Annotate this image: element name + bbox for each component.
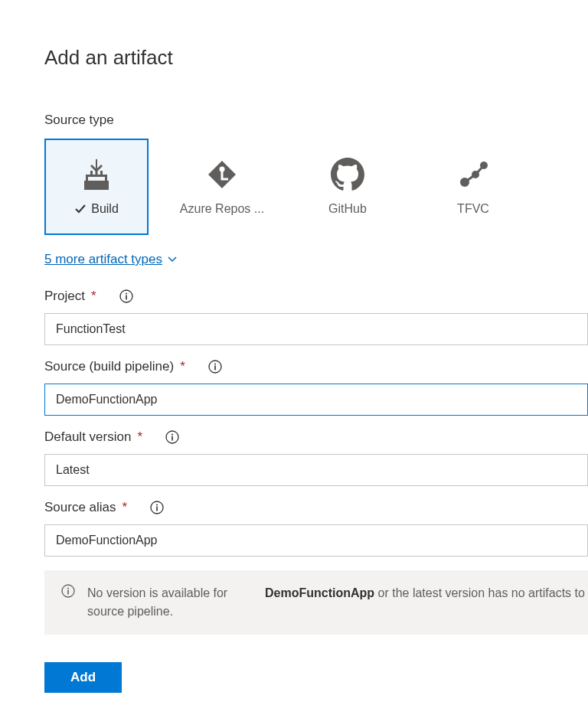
field-source: Source (build pipeline) * DemoFunctionAp… <box>44 359 588 416</box>
required-mark: * <box>180 359 185 374</box>
source-alias-input[interactable] <box>44 524 588 557</box>
svg-point-15 <box>214 364 216 365</box>
svg-point-21 <box>156 504 158 506</box>
svg-rect-2 <box>105 175 107 181</box>
info-icon[interactable] <box>119 289 133 303</box>
default-version-value: Latest <box>56 463 90 477</box>
source-alias-label: Source alias <box>44 500 116 515</box>
source-type-github[interactable]: GitHub <box>296 139 400 235</box>
svg-point-12 <box>126 293 127 295</box>
required-mark: * <box>122 500 128 515</box>
svg-rect-1 <box>86 175 88 181</box>
svg-rect-13 <box>126 295 127 300</box>
banner-text-1: No version is available for source pipel… <box>87 584 253 621</box>
svg-rect-5 <box>100 171 103 177</box>
svg-rect-3 <box>90 171 93 177</box>
field-default-version: Default version * Latest <box>44 429 588 486</box>
source-label: Source (build pipeline) <box>44 359 174 374</box>
banner-app-name: DemoFunctionApp <box>265 586 374 599</box>
source-type-build[interactable]: Build <box>44 139 149 235</box>
source-type-label-github: GitHub <box>328 202 367 216</box>
info-icon[interactable] <box>150 501 164 514</box>
banner-text-2: DemoFunctionApp or the latest version ha… <box>265 584 585 621</box>
azure-repos-icon <box>205 158 239 191</box>
source-type-azure-repos[interactable]: Azure Repos ... <box>170 139 274 235</box>
info-icon[interactable] <box>165 430 179 444</box>
info-icon[interactable] <box>208 360 222 374</box>
chevron-down-icon <box>167 254 178 265</box>
check-icon <box>74 203 87 215</box>
svg-rect-6 <box>84 181 109 190</box>
svg-rect-22 <box>156 507 158 511</box>
source-type-label-build: Build <box>91 202 119 216</box>
svg-rect-16 <box>214 366 216 371</box>
project-label: Project <box>44 289 85 304</box>
source-type-label: Source type <box>44 113 588 128</box>
source-value: DemoFunctionApp <box>56 393 158 406</box>
default-version-label: Default version <box>44 429 131 445</box>
svg-rect-25 <box>67 590 69 595</box>
default-version-dropdown[interactable]: Latest <box>44 454 588 486</box>
more-artifact-types-link[interactable]: 5 more artifact types <box>44 252 178 267</box>
source-type-label-tfvc: TFVC <box>457 202 489 216</box>
info-banner: No version is available for source pipel… <box>44 570 588 635</box>
more-artifact-types-text: 5 more artifact types <box>44 252 162 267</box>
source-type-tfvc[interactable]: TFVC <box>421 139 525 235</box>
svg-rect-4 <box>96 171 98 177</box>
project-dropdown[interactable]: FunctionTest <box>44 313 588 345</box>
source-dropdown[interactable]: DemoFunctionApp <box>44 384 588 416</box>
build-icon <box>80 158 113 191</box>
svg-point-24 <box>67 588 69 589</box>
page-title: Add an artifact <box>44 46 588 70</box>
svg-rect-19 <box>172 436 173 441</box>
banner-rest: or the latest version has no artifacts t… <box>374 586 585 599</box>
source-type-label-azure-repos: Azure Repos ... <box>180 202 264 216</box>
required-mark: * <box>137 429 142 445</box>
info-icon <box>61 584 75 621</box>
github-icon <box>331 158 364 191</box>
tfvc-icon <box>456 158 490 191</box>
field-project: Project * FunctionTest <box>44 289 588 345</box>
add-button[interactable]: Add <box>44 662 122 693</box>
svg-point-18 <box>172 434 173 436</box>
field-source-alias: Source alias * <box>44 500 588 557</box>
project-value: FunctionTest <box>56 322 126 336</box>
source-type-group: Build Azure Repos ... GitHub <box>44 139 588 235</box>
required-mark: * <box>91 289 96 304</box>
